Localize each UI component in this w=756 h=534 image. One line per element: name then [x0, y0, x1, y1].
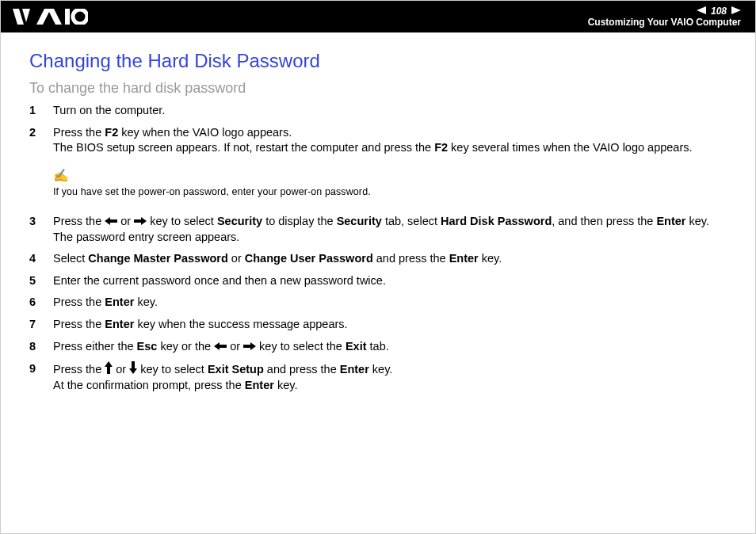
svg-marker-6 — [214, 342, 227, 350]
svg-marker-5 — [134, 217, 147, 225]
step-number — [29, 162, 39, 208]
page-content: Changing the Hard Disk Password To chang… — [1, 32, 755, 418]
step-item: 9Press the or key to select Exit Setup a… — [29, 361, 727, 394]
note-icon: ✍ — [53, 169, 69, 182]
page-title: Changing the Hard Disk Password — [29, 50, 727, 72]
step-number: 7 — [29, 317, 39, 333]
step-item: 2Press the F2 key when the VAIO logo app… — [29, 125, 727, 156]
svg-marker-2 — [697, 6, 706, 14]
breadcrumb: Customizing Your VAIO Computer — [588, 17, 741, 28]
step-item: 1Turn on the computer. — [29, 103, 727, 119]
svg-marker-3 — [731, 6, 741, 14]
step-item: ✍If you have set the power-on password, … — [29, 162, 727, 208]
page-number: 108 — [711, 6, 727, 17]
svg-marker-8 — [105, 361, 113, 374]
next-page-arrow-icon[interactable] — [731, 6, 741, 17]
steps-list: 1Turn on the computer.2Press the F2 key … — [29, 103, 727, 394]
step-body: Press the Enter key when the success mes… — [53, 317, 727, 333]
step-number: 2 — [29, 125, 39, 156]
vaio-logo — [13, 9, 88, 25]
prev-page-arrow-icon[interactable] — [697, 6, 706, 17]
step-body: Press the Enter key. — [53, 295, 727, 311]
step-number: 9 — [29, 361, 39, 394]
step-body: Enter the current password once and then… — [53, 273, 727, 289]
svg-marker-9 — [129, 361, 137, 374]
page-subtitle: To change the hard disk password — [29, 80, 727, 97]
step-item: 5Enter the current password once and the… — [29, 273, 727, 289]
page-nav: 108 — [588, 6, 741, 17]
step-number: 3 — [29, 214, 39, 246]
step-number: 8 — [29, 339, 39, 355]
step-item: 4Select Change Master Password or Change… — [29, 251, 727, 267]
step-number: 6 — [29, 295, 39, 311]
svg-marker-7 — [243, 342, 256, 350]
step-item: 7Press the Enter key when the success me… — [29, 317, 727, 333]
step-body: Press either the Esc key or the or key t… — [53, 339, 727, 355]
step-body: Press the or key to select Exit Setup an… — [53, 361, 727, 394]
svg-marker-4 — [105, 217, 117, 225]
step-number: 5 — [29, 273, 39, 289]
step-body: Turn on the computer. — [53, 103, 727, 119]
note-block: ✍If you have set the power-on password, … — [53, 167, 727, 200]
note-text: If you have set the power-on password, e… — [53, 186, 371, 197]
header-right: 108 Customizing Your VAIO Computer — [588, 6, 741, 28]
step-item: 6Press the Enter key. — [29, 295, 727, 311]
svg-rect-0 — [65, 9, 70, 25]
svg-point-1 — [73, 10, 87, 24]
step-body: Select Change Master Password or Change … — [53, 251, 727, 267]
step-number: 4 — [29, 251, 39, 267]
step-body: Press the or key to select Security to d… — [53, 214, 727, 246]
header-bar: 108 Customizing Your VAIO Computer — [1, 1, 755, 32]
step-item: 3Press the or key to select Security to … — [29, 214, 727, 246]
step-item: 8Press either the Esc key or the or key … — [29, 339, 727, 355]
step-number: 1 — [29, 103, 39, 119]
step-body: Press the F2 key when the VAIO logo appe… — [53, 125, 727, 156]
